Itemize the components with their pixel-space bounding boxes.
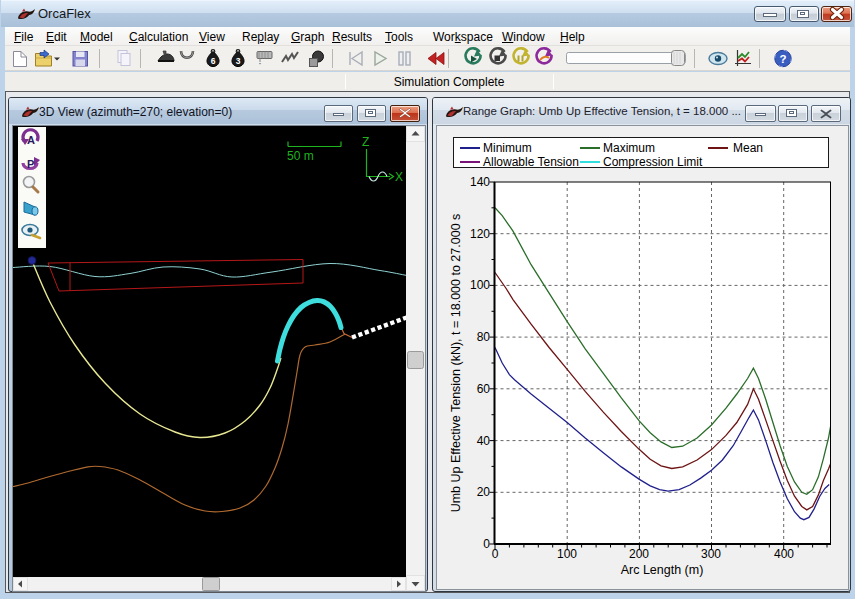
svg-text:40: 40 xyxy=(477,434,491,448)
svg-text:A: A xyxy=(27,134,35,146)
svg-text:200: 200 xyxy=(629,547,649,561)
svg-text:3: 3 xyxy=(236,56,241,66)
svg-text:20: 20 xyxy=(477,485,491,499)
svg-text:120: 120 xyxy=(470,227,490,241)
svg-text:P: P xyxy=(27,158,34,170)
svg-text:6: 6 xyxy=(211,56,216,66)
svg-text:Arc Length (m): Arc Length (m) xyxy=(621,563,704,577)
svg-text:0: 0 xyxy=(492,547,499,561)
svg-text:300: 300 xyxy=(701,547,721,561)
svg-text:?: ? xyxy=(779,53,786,65)
svg-text:100: 100 xyxy=(470,278,490,292)
svg-text:X: X xyxy=(395,170,403,184)
svg-text:Umb Up Effective Tension (kN),: Umb Up Effective Tension (kN), t = 18.00… xyxy=(449,214,463,513)
svg-text:60: 60 xyxy=(477,382,491,396)
svg-text:400: 400 xyxy=(774,547,794,561)
svg-text:100: 100 xyxy=(557,547,577,561)
svg-text:0: 0 xyxy=(483,537,490,551)
svg-text:140: 140 xyxy=(470,175,490,189)
svg-text:50 m: 50 m xyxy=(287,149,314,163)
svg-text:Z: Z xyxy=(362,135,369,149)
svg-text:80: 80 xyxy=(477,330,491,344)
